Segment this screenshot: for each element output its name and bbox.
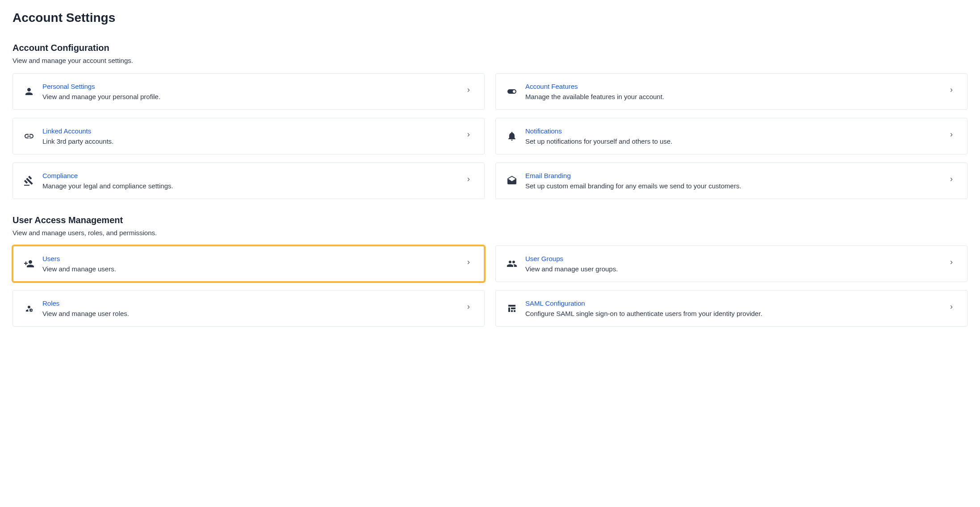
chevron-right-icon [465, 176, 474, 185]
chevron-right-icon [465, 87, 474, 96]
chevron-right-icon [465, 259, 474, 268]
card-body: Personal Settings View and manage your p… [42, 83, 460, 100]
card-grid: Users View and manage users. User Groups… [13, 245, 967, 327]
bell-icon [506, 130, 518, 142]
card-desc: View and manage user roles. [42, 310, 460, 317]
card-body: User Groups View and manage user groups. [525, 255, 943, 273]
toggle-icon [506, 85, 518, 98]
card-roles[interactable]: Roles View and manage user roles. [13, 290, 485, 327]
section-desc: View and manage your account settings. [13, 57, 967, 64]
card-body: Account Features Manage the available fe… [525, 83, 943, 100]
card-grid: Personal Settings View and manage your p… [13, 73, 967, 199]
card-title: Email Branding [525, 172, 943, 179]
card-title: Notifications [525, 127, 943, 135]
card-notifications[interactable]: Notifications Set up notifications for y… [495, 118, 967, 154]
card-desc: Manage your legal and compliance setting… [42, 182, 460, 190]
users-cog-icon [23, 302, 35, 315]
card-desc: Configure SAML single sign-on to authent… [525, 310, 943, 317]
card-body: Compliance Manage your legal and complia… [42, 172, 460, 190]
card-desc: Link 3rd party accounts. [42, 137, 460, 145]
section-user-access-management: User Access Management View and manage u… [13, 215, 967, 327]
card-title: SAML Configuration [525, 299, 943, 307]
card-title: Compliance [42, 172, 460, 179]
card-account-features[interactable]: Account Features Manage the available fe… [495, 73, 967, 110]
card-title: Personal Settings [42, 83, 460, 90]
card-personal-settings[interactable]: Personal Settings View and manage your p… [13, 73, 485, 110]
card-desc: View and manage users. [42, 265, 460, 273]
card-compliance[interactable]: Compliance Manage your legal and complia… [13, 162, 485, 199]
chevron-right-icon [948, 87, 957, 96]
card-title: Account Features [525, 83, 943, 90]
card-linked-accounts[interactable]: Linked Accounts Link 3rd party accounts. [13, 118, 485, 154]
person-icon [23, 85, 35, 98]
card-body: SAML Configuration Configure SAML single… [525, 299, 943, 317]
section-title: Account Configuration [13, 43, 967, 53]
card-desc: View and manage your personal profile. [42, 93, 460, 100]
card-body: Users View and manage users. [42, 255, 460, 273]
card-title: User Groups [525, 255, 943, 262]
card-users[interactable]: Users View and manage users. [13, 245, 485, 282]
chevron-right-icon [465, 304, 474, 313]
section-account-configuration: Account Configuration View and manage yo… [13, 43, 967, 199]
card-user-groups[interactable]: User Groups View and manage user groups. [495, 245, 967, 282]
saml-icon [506, 302, 518, 315]
page-title: Account Settings [13, 11, 967, 25]
chevron-right-icon [948, 176, 957, 185]
chevron-right-icon [948, 259, 957, 268]
card-body: Roles View and manage user roles. [42, 299, 460, 317]
user-plus-icon [23, 258, 35, 270]
chevron-right-icon [948, 304, 957, 313]
card-desc: View and manage user groups. [525, 265, 943, 273]
mail-open-icon [506, 175, 518, 187]
chevron-right-icon [465, 132, 474, 141]
section-desc: View and manage users, roles, and permis… [13, 229, 967, 237]
chevron-right-icon [948, 132, 957, 141]
card-email-branding[interactable]: Email Branding Set up custom email brand… [495, 162, 967, 199]
card-body: Notifications Set up notifications for y… [525, 127, 943, 145]
card-title: Linked Accounts [42, 127, 460, 135]
card-desc: Set up notifications for yourself and ot… [525, 137, 943, 145]
card-body: Email Branding Set up custom email brand… [525, 172, 943, 190]
link-icon [23, 130, 35, 142]
card-title: Users [42, 255, 460, 262]
users-icon [506, 258, 518, 270]
card-saml-configuration[interactable]: SAML Configuration Configure SAML single… [495, 290, 967, 327]
gavel-icon [23, 175, 35, 187]
card-desc: Manage the available features in your ac… [525, 93, 943, 100]
card-body: Linked Accounts Link 3rd party accounts. [42, 127, 460, 145]
section-title: User Access Management [13, 215, 967, 225]
card-title: Roles [42, 299, 460, 307]
card-desc: Set up custom email branding for any ema… [525, 182, 943, 190]
